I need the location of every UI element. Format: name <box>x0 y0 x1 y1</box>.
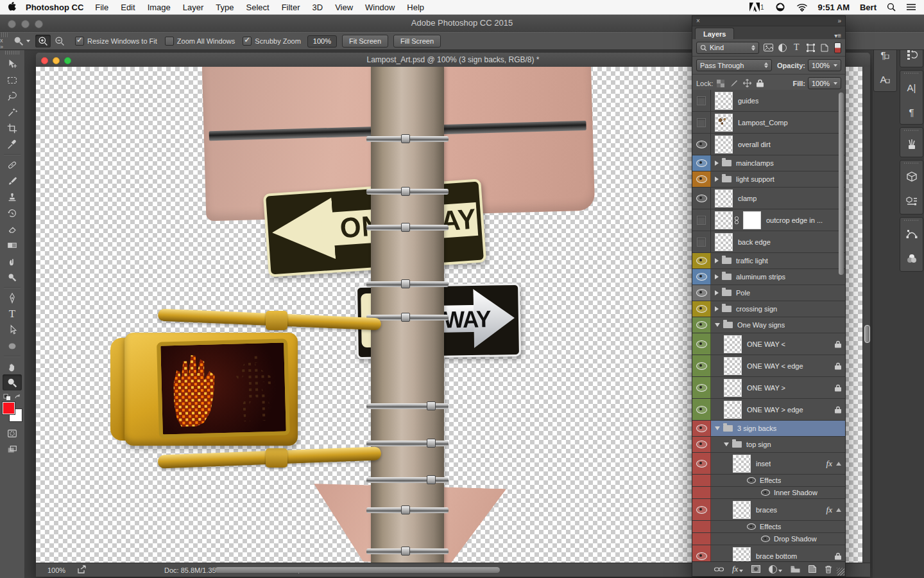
menu-window[interactable]: Window <box>365 3 395 12</box>
filter-shape-icon[interactable] <box>806 43 816 52</box>
hand-tool[interactable] <box>3 358 22 374</box>
layer-name[interactable]: traffic light <box>736 257 768 265</box>
healing-brush-tool[interactable] <box>3 157 22 173</box>
layer-group-row[interactable]: light support <box>692 171 845 188</box>
visibility-toggle[interactable] <box>692 377 711 398</box>
opacity-dropdown[interactable]: 100% <box>808 59 841 71</box>
layer-group-row[interactable]: mainclamps <box>692 155 845 171</box>
filter-smartobject-icon[interactable] <box>820 43 830 52</box>
layer-thumbnail[interactable] <box>715 211 733 229</box>
layer-group-row[interactable]: top sign <box>692 437 845 453</box>
export-icon[interactable] <box>77 565 87 575</box>
layer-group-row-selected[interactable]: 3 sign backs <box>692 421 845 437</box>
scrubby-zoom-checkbox[interactable]: Scrubby Zoom <box>243 37 301 46</box>
menu-help[interactable]: Help <box>407 3 424 12</box>
wifi-icon[interactable] <box>796 3 808 12</box>
layer-name[interactable]: Lampost_Comp <box>738 119 788 127</box>
notification-icon[interactable] <box>906 3 916 11</box>
menu-select[interactable]: Select <box>246 3 269 12</box>
adobe-logo[interactable]: 1 <box>749 3 764 12</box>
filter-type-icon[interactable]: T <box>792 43 801 52</box>
disclosure-triangle[interactable] <box>715 290 719 295</box>
layer-row[interactable]: outcrop edge in ... <box>692 209 845 231</box>
effect-name[interactable]: Drop Shadow <box>774 535 817 543</box>
eyedropper-tool[interactable] <box>3 136 22 152</box>
new-layer-icon[interactable] <box>809 565 816 573</box>
layer-name[interactable]: crossing sign <box>736 305 777 313</box>
layers-scrollbar-thumb[interactable] <box>839 92 844 275</box>
layer-row[interactable]: Lampost_Comp <box>692 112 845 134</box>
layer-name[interactable]: clamp <box>738 195 757 202</box>
collapse-effects-icon[interactable] <box>836 508 841 512</box>
menubar-user[interactable]: Bert <box>860 3 877 12</box>
lock-pixels-icon[interactable] <box>730 80 738 87</box>
layer-thumbnail[interactable] <box>733 455 751 473</box>
disclosure-triangle[interactable] <box>715 161 719 166</box>
toolbar-grip[interactable] <box>5 51 19 55</box>
disclosure-triangle[interactable] <box>715 323 720 327</box>
path-selection-tool[interactable] <box>3 322 22 338</box>
brush-panel-icon[interactable] <box>900 132 923 157</box>
layer-name[interactable]: ONE WAY < edge <box>747 362 803 370</box>
disclosure-triangle[interactable] <box>715 426 720 430</box>
options-grip[interactable] <box>1 32 9 37</box>
effect-row[interactable]: Inner Shadow <box>692 487 845 499</box>
visibility-toggle[interactable] <box>692 333 711 355</box>
screen-mode-button[interactable] <box>3 441 22 457</box>
paragraph-panel-icon[interactable]: ¶ <box>900 100 923 124</box>
layer-row[interactable]: ONE WAY < <box>692 333 845 355</box>
zoom-out-icon[interactable] <box>52 35 67 48</box>
visibility-toggle[interactable] <box>692 301 711 317</box>
eye-icon[interactable] <box>761 489 770 496</box>
layer-row[interactable]: inset fx <box>692 453 845 475</box>
layer-name[interactable]: light support <box>736 175 774 183</box>
visibility-toggle[interactable] <box>692 155 711 171</box>
effect-name[interactable]: Inner Shadow <box>774 489 817 496</box>
resize-windows-checkbox[interactable]: Resize Windows to Fit <box>75 37 157 46</box>
effects-label[interactable]: Effects <box>760 523 781 530</box>
layer-name[interactable]: inset <box>756 460 771 468</box>
spotlight-icon[interactable] <box>887 3 896 12</box>
layer-name[interactable]: outcrop edge in ... <box>766 216 823 224</box>
layer-name[interactable]: 3 sign backs <box>737 425 776 432</box>
foreground-color-swatch[interactable] <box>3 402 15 414</box>
effects-label[interactable]: Effects <box>760 477 781 484</box>
visibility-toggle[interactable] <box>692 112 711 133</box>
color-panel-icon[interactable] <box>900 247 923 271</box>
layer-thumbnail[interactable] <box>724 401 742 419</box>
eye-icon[interactable] <box>747 477 756 484</box>
layer-group-row[interactable]: Pole <box>692 285 845 301</box>
filter-switch[interactable] <box>834 42 841 53</box>
3d-panel-icon[interactable] <box>900 165 923 189</box>
horizontal-scrollbar-thumb[interactable] <box>215 567 500 573</box>
layers-list[interactable]: guides Lampost_Comp overall dirt maincla… <box>692 90 845 562</box>
layer-thumbnail[interactable] <box>715 114 733 132</box>
layer-row[interactable]: overall dirt <box>692 134 845 155</box>
layer-row[interactable]: back edge <box>692 231 845 253</box>
layer-name[interactable]: One Way signs <box>737 321 785 329</box>
clone-stamp-tool[interactable] <box>3 189 22 205</box>
layer-name[interactable]: back edge <box>738 238 771 246</box>
add-mask-icon[interactable] <box>751 565 760 573</box>
layer-thumbnail[interactable] <box>715 136 733 153</box>
menubar-clock[interactable]: 9:51 AM <box>818 3 850 12</box>
menu-view[interactable]: View <box>335 3 353 12</box>
gradient-tool[interactable] <box>3 237 22 253</box>
3d-properties-panel-icon[interactable] <box>900 189 923 214</box>
layer-name[interactable]: mainclamps <box>736 159 774 167</box>
layer-name[interactable]: brace bottom <box>756 552 797 560</box>
visibility-toggle[interactable] <box>692 437 711 452</box>
visibility-toggle[interactable] <box>692 545 711 562</box>
disclosure-triangle[interactable] <box>715 306 719 311</box>
menu-3d[interactable]: 3D <box>312 3 323 12</box>
effects-header-row[interactable]: Effects <box>692 475 845 487</box>
new-group-icon[interactable] <box>791 566 800 573</box>
panel-resize-grip[interactable] <box>837 568 844 575</box>
layer-name[interactable]: ONE WAY > edge <box>747 406 803 414</box>
eye-icon[interactable] <box>747 523 756 530</box>
dock-grip[interactable] <box>900 218 923 222</box>
visibility-toggle[interactable] <box>692 355 711 376</box>
layer-group-row[interactable]: One Way signs <box>692 317 845 333</box>
layer-row[interactable]: ONE WAY < edge <box>692 355 845 377</box>
panel-collapse-icon[interactable]: » <box>837 17 841 24</box>
